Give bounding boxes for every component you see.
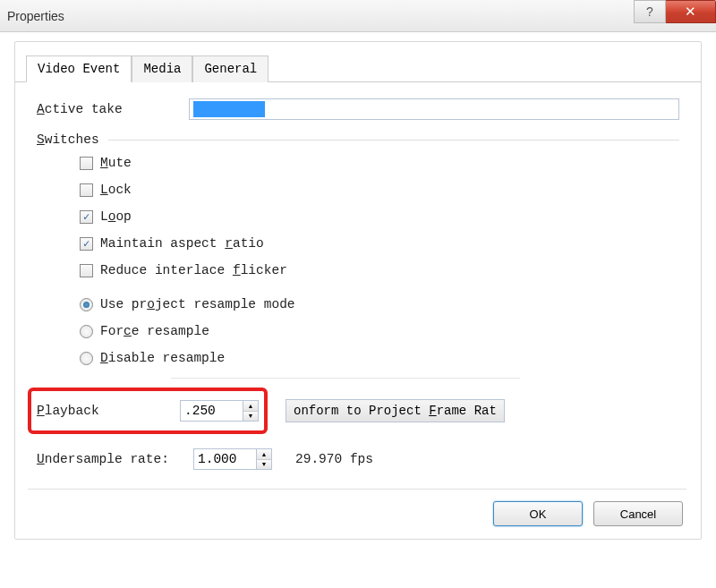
dialog-button-bar: OK Cancel bbox=[493, 501, 683, 526]
ok-button[interactable]: OK bbox=[493, 501, 583, 526]
active-take-row: Active take bbox=[37, 98, 679, 120]
active-take-input[interactable] bbox=[189, 98, 679, 120]
tab-strip: Video Event Media General bbox=[15, 42, 701, 82]
checkbox-lock-row: Lock bbox=[80, 183, 679, 197]
radio-force-resample-label: Force resample bbox=[100, 324, 209, 338]
radio-force-resample[interactable] bbox=[80, 325, 93, 338]
checkbox-lock[interactable] bbox=[80, 183, 93, 197]
playback-label: Playback bbox=[37, 404, 171, 418]
checkbox-mute-row: Mute bbox=[80, 156, 679, 170]
help-icon: ? bbox=[646, 4, 653, 19]
checkbox-mute-label: Mute bbox=[100, 156, 132, 170]
help-button[interactable]: ? bbox=[634, 0, 666, 23]
radio-disable-resample-label: Disable resample bbox=[100, 351, 225, 365]
fps-display: 29.970 fps bbox=[295, 452, 373, 466]
active-take-label: Active take bbox=[37, 102, 189, 116]
radio-project-resample[interactable] bbox=[80, 298, 93, 311]
chevron-down-icon: ▼ bbox=[248, 413, 254, 419]
checkbox-interlace-label: Reduce interlace flicker bbox=[100, 263, 287, 277]
switches-group-label: Switches bbox=[37, 132, 679, 147]
undersample-spin-down[interactable]: ▼ bbox=[257, 460, 271, 470]
titlebar: Properties ? ✕ bbox=[0, 0, 716, 32]
radio-disable-resample-row: Disable resample bbox=[80, 351, 679, 365]
undersample-row: Undersample rate: ▲ ▼ 29.970 fps bbox=[37, 448, 679, 470]
playback-spinner: ▲ ▼ bbox=[180, 400, 259, 422]
checkbox-aspect-label: Maintain aspect ratio bbox=[100, 236, 264, 251]
radio-force-resample-row: Force resample bbox=[80, 324, 679, 338]
checkbox-lock-label: Lock bbox=[100, 183, 132, 197]
checkbox-loop-row: Loop bbox=[80, 209, 679, 224]
cancel-button[interactable]: Cancel bbox=[593, 501, 683, 526]
switches-group: Mute Lock Loop Maintain aspect ratio Red… bbox=[37, 156, 679, 365]
checkbox-aspect[interactable] bbox=[80, 237, 93, 251]
close-button[interactable]: ✕ bbox=[666, 0, 716, 23]
playback-highlight: Playback ▲ ▼ bbox=[28, 388, 268, 434]
checkbox-interlace[interactable] bbox=[80, 264, 93, 277]
tab-video-event[interactable]: Video Event bbox=[26, 55, 132, 82]
playback-spin-up[interactable]: ▲ bbox=[243, 401, 258, 412]
playback-spin-down[interactable]: ▼ bbox=[243, 412, 258, 422]
panel: Video Event Media General Active take Sw… bbox=[14, 41, 702, 540]
radio-project-resample-row: Use project resample mode bbox=[80, 297, 679, 311]
tab-media[interactable]: Media bbox=[132, 55, 192, 82]
chevron-up-icon: ▲ bbox=[261, 451, 268, 457]
checkbox-loop-label: Loop bbox=[100, 209, 132, 224]
checkbox-loop[interactable] bbox=[80, 210, 93, 224]
conform-frame-rate-button[interactable]: onform to Project Frame Rat bbox=[286, 399, 505, 422]
playback-row: Playback ▲ ▼ onform to Project Frame Rat bbox=[37, 388, 679, 434]
radio-disable-resample[interactable] bbox=[80, 352, 93, 365]
checkbox-aspect-row: Maintain aspect ratio bbox=[80, 236, 679, 251]
checkbox-mute[interactable] bbox=[80, 157, 93, 170]
undersample-input[interactable] bbox=[193, 448, 256, 470]
undersample-spinner: ▲ ▼ bbox=[193, 448, 272, 470]
close-icon: ✕ bbox=[685, 4, 696, 20]
active-take-selection bbox=[193, 101, 265, 117]
chevron-down-icon: ▼ bbox=[261, 461, 268, 467]
window-title: Properties bbox=[7, 9, 64, 23]
undersample-spin-up[interactable]: ▲ bbox=[257, 449, 271, 460]
checkbox-interlace-row: Reduce interlace flicker bbox=[80, 263, 679, 277]
chevron-up-icon: ▲ bbox=[248, 403, 254, 409]
playback-input[interactable] bbox=[180, 400, 243, 422]
tab-general[interactable]: General bbox=[192, 55, 268, 82]
undersample-label: Undersample rate: bbox=[37, 452, 184, 466]
radio-project-resample-label: Use project resample mode bbox=[100, 297, 295, 311]
tab-content: Active take Switches Mute Lock Loop bbox=[15, 82, 701, 486]
